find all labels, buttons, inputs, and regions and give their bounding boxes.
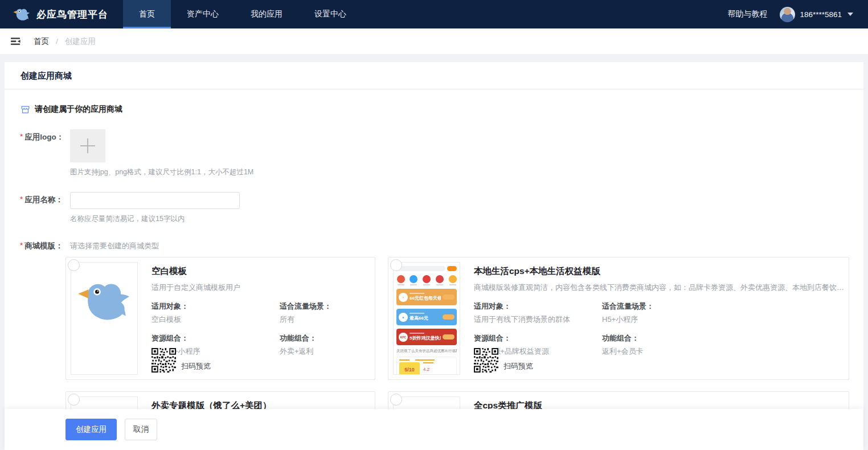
breadcrumb-bar: 首页 / 创建应用 (0, 28, 868, 54)
field-target: 适用对象： 空白模板 (152, 301, 280, 325)
field-label: 资源组合： (152, 333, 280, 343)
logo-label-text: 应用logo： (24, 132, 64, 142)
field-label: 适合流量场景： (280, 301, 370, 312)
qr-block: 扫码预览 (152, 348, 211, 373)
nav-tab-assets[interactable]: 资产中心 (171, 0, 235, 28)
field-label: 适用对象： (152, 301, 280, 312)
qr-block: 扫码预览 (474, 348, 533, 373)
user-avatar (780, 7, 795, 22)
banner-kfc: KFC 5折炸鸡汉堡快乐餐 (396, 329, 457, 345)
text-placeholder (415, 359, 435, 361)
phone-coupon-card: 5/10 4.2 (396, 357, 457, 375)
field-label: 适用对象： (474, 301, 602, 312)
logo-upload-box[interactable] (70, 129, 105, 162)
create-app-panel: 创建应用商城 请创建属于你的应用商城 * 应用logo： 图片支持jpg、png… (5, 62, 863, 450)
nav-tab-home[interactable]: 首页 (123, 0, 171, 28)
phone-searchbar (396, 266, 457, 271)
field-traffic: 适合流量场景： 所有 (280, 301, 370, 325)
main-nav: 首页 资产中心 我的应用 设置中心 (123, 0, 362, 28)
field-value: 所有 (280, 314, 370, 325)
template-label-text: 商城模版： (24, 241, 63, 251)
text-placeholder (423, 362, 433, 363)
header-right: 帮助与教程 186****5861 (727, 0, 868, 28)
field-value: 空白模板 (152, 314, 280, 325)
template-desc: 商城模版装修直观简洁，内容包含各类线下消费类商城内容，如：品牌卡券资源、外卖优惠… (474, 283, 844, 293)
field-value: 返利+会员卡 (602, 346, 844, 357)
coupon-rating: 4.2 (423, 367, 433, 372)
nav-tab-my-apps[interactable]: 我的应用 (235, 0, 298, 28)
search-placeholder (396, 266, 445, 271)
required-asterisk: * (20, 195, 23, 205)
logo-hint: 图片支持jpg、png格式，建议尺寸比例1:1，大小不超过1M (70, 167, 253, 177)
breadcrumb-home[interactable]: 首页 (34, 36, 49, 47)
section-title: 请创建属于你的应用商城 (35, 104, 122, 114)
template-radio[interactable] (68, 259, 80, 271)
banner-icon: KFC (399, 333, 408, 342)
search-button-placeholder (447, 266, 457, 271)
template-desc: 适用于自定义商城模板用户 (152, 283, 370, 293)
field-label-name: * 应用名称： (20, 192, 70, 205)
template-title: 空白模板 (152, 265, 370, 277)
qr-label: 扫码预览 (181, 361, 211, 373)
field-label: 资源组合： (474, 333, 602, 343)
help-link[interactable]: 帮助与教程 (727, 9, 767, 19)
field-feature: 功能组合： 外卖+返利 (280, 333, 370, 357)
text-placeholder (399, 359, 410, 361)
phone-tab: 美食饮品 (415, 349, 430, 354)
create-app-button[interactable]: 创建应用 (65, 419, 117, 440)
field-label: 功能组合： (602, 333, 844, 343)
banner-text: 5折炸鸡汉堡快乐餐 (410, 335, 441, 341)
phone-tab-row: 美团 饿了么 美食饮品 商超优惠 出行福利 (396, 349, 457, 354)
user-menu[interactable]: 186****5861 (780, 7, 853, 22)
field-label-template: * 商城模版： (20, 241, 70, 251)
banner-meituan: > 66元红包每天领 (396, 289, 457, 305)
coupon-ticket: 5/10 (399, 362, 420, 375)
brand[interactable]: 必应鸟管理平台 (0, 0, 123, 28)
name-label-text: 应用名称： (24, 195, 63, 205)
name-field: 名称应尽量简洁易记，建议15字以内 (70, 192, 240, 224)
brand-title: 必应鸟管理平台 (36, 8, 108, 21)
top-header-bar: 必应鸟管理平台 首页 资产中心 我的应用 设置中心 帮助与教程 186****5… (0, 0, 868, 28)
field-value: 外卖+返利 (280, 346, 370, 357)
template-card-blank[interactable]: 空白模板 适用于自定义商城模板用户 适用对象： 空白模板 适合流量场景： 所有 … (65, 257, 375, 380)
template-radio[interactable] (68, 394, 80, 406)
nav-tab-settings[interactable]: 设置中心 (298, 0, 362, 28)
field-value: 适用于有线下消费场景的群体 (474, 314, 602, 325)
app-icon (435, 275, 444, 285)
bird-logo-icon (13, 7, 31, 22)
app-icon (396, 275, 405, 285)
bird-illustration (76, 277, 133, 325)
field-target: 适用对象： 适用于有线下消费场景的群体 (474, 301, 602, 325)
user-phone: 186****5861 (800, 10, 842, 19)
template-card-body: 空白模板 适用于自定义商城模板用户 适用对象： 空白模板 适合流量场景： 所有 … (138, 262, 370, 375)
app-name-input[interactable] (70, 192, 240, 209)
phone-tab: 出行福利 (445, 349, 457, 354)
breadcrumb-separator: / (56, 37, 58, 46)
template-radio[interactable] (390, 259, 402, 271)
banner-icon: > (399, 293, 408, 302)
template-card-local-life[interactable]: > 66元红包每天领 e 最高66元 KFC 5折炸鸡汉堡快乐餐 美团 饿了么 (388, 257, 849, 380)
caret-down-icon (847, 13, 853, 16)
cancel-button[interactable]: 取消 (125, 419, 157, 440)
banner-button (443, 294, 455, 300)
shop-icon (21, 105, 30, 114)
banner-icon: e (399, 313, 408, 322)
collapse-menu-icon[interactable] (10, 36, 21, 47)
qr-label: 扫码预览 (503, 361, 533, 373)
logo-field: 图片支持jpg、png格式，建议尺寸比例1:1，大小不超过1M (70, 129, 253, 177)
field-label: 功能组合： (280, 333, 370, 343)
template-title: 本地生活cps+本地生活权益模版 (474, 265, 844, 277)
app-icon (410, 275, 418, 285)
app-icon (448, 275, 457, 285)
template-thumbnail (71, 262, 138, 375)
banner-eleme: e 最高66元 (396, 309, 457, 325)
footer-action-bar: 创建应用 取消 (5, 409, 863, 450)
breadcrumb-current: 创建应用 (65, 36, 96, 47)
template-radio[interactable] (390, 394, 402, 406)
app-icon (423, 275, 431, 285)
banner-text: 66元红包每天领 (410, 295, 441, 301)
field-value: H5+小程序 (602, 314, 844, 325)
phone-icon-row (396, 275, 457, 285)
banner-text: 最高66元 (410, 315, 441, 321)
form-row-name: * 应用名称： 名称应尽量简洁易记，建议15字以内 (20, 192, 863, 224)
